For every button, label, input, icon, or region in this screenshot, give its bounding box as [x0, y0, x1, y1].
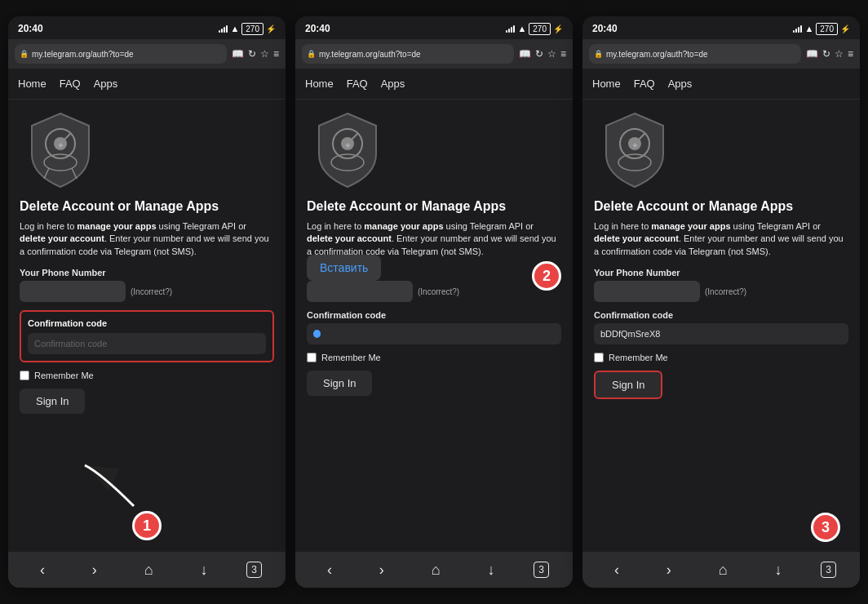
- step-badge-1: 1: [132, 511, 162, 540]
- browser-icons-3: 📖 ↻ ☆ ≡: [806, 48, 853, 60]
- url-text-3: my.telegram.org/auth?to=de: [606, 50, 796, 59]
- nav-home-1[interactable]: Home: [18, 78, 46, 90]
- phone-input-1[interactable]: [20, 281, 126, 302]
- confirm-input-3[interactable]: [594, 323, 848, 344]
- url-bar-2[interactable]: 🔒 my.telegram.org/auth?to=de: [302, 44, 514, 64]
- sign-in-btn-1[interactable]: Sign In: [20, 389, 85, 414]
- site-nav-1: Home FAQ Apps: [8, 69, 286, 100]
- url-bar-1[interactable]: 🔒 my.telegram.org/auth?to=de: [15, 44, 227, 64]
- menu-icon-3[interactable]: ≡: [848, 48, 853, 60]
- browser-bar-3: 🔒 my.telegram.org/auth?to=de 📖 ↻ ☆ ≡: [582, 39, 860, 69]
- download-btn-2[interactable]: ↓: [479, 557, 503, 584]
- refresh-icon-3[interactable]: ↻: [822, 48, 830, 60]
- nav-faq-2[interactable]: FAQ: [347, 78, 368, 90]
- page-desc-2: Log in here to manage your apps using Te…: [307, 220, 561, 258]
- bookmark-icon-3[interactable]: 📖: [806, 48, 818, 60]
- phone-screen-3: 20:40 ▲ 270 ⚡: [582, 16, 860, 588]
- home-btn-3[interactable]: ⌂: [711, 557, 736, 584]
- nav-apps-2[interactable]: Apps: [381, 78, 405, 90]
- confirm-section-1: Confirmation code: [20, 310, 274, 362]
- forward-btn-1[interactable]: ›: [84, 557, 105, 584]
- confirm-input-1[interactable]: [28, 333, 266, 354]
- browser-bar-1: 🔒 my.telegram.org/auth?to=de 📖 ↻ ☆ ≡: [8, 39, 286, 69]
- lock-icon-3: 🔒: [594, 50, 603, 58]
- remember-checkbox-1[interactable]: [20, 371, 29, 380]
- svg-text:✦: ✦: [631, 141, 639, 150]
- bookmark-icon-1[interactable]: 📖: [232, 48, 244, 60]
- signal-3: [793, 24, 802, 33]
- confirm-input-2[interactable]: [326, 329, 555, 339]
- time-2: 20:40: [305, 23, 330, 34]
- download-btn-3[interactable]: ↓: [766, 557, 790, 584]
- url-text-1: my.telegram.org/auth?to=de: [32, 50, 222, 59]
- wifi-3: ▲: [804, 24, 813, 33]
- svg-text:✦: ✦: [344, 141, 352, 150]
- forward-btn-3[interactable]: ›: [658, 557, 680, 584]
- incorrect-label-2: (Incorrect?): [418, 287, 459, 296]
- home-btn-1[interactable]: ⌂: [136, 557, 162, 584]
- incorrect-label-3: (Incorrect?): [705, 287, 746, 296]
- page-title-2: Delete Account or Manage Apps: [307, 199, 561, 214]
- star-icon-2[interactable]: ☆: [547, 48, 556, 60]
- refresh-icon-2[interactable]: ↻: [535, 48, 543, 60]
- nav-apps-3[interactable]: Apps: [668, 78, 693, 90]
- screens-container: 20:40 ▲ 270 ⚡: [0, 0, 868, 604]
- confirm-label-2: Confirmation code: [307, 310, 561, 320]
- back-btn-1[interactable]: ‹: [32, 557, 53, 584]
- battery-icon-3: 270: [816, 23, 838, 35]
- sign-in-btn-2[interactable]: Sign In: [307, 371, 372, 396]
- bolt-icon-2: ⚡: [553, 24, 563, 33]
- logo-area-2: ✦: [307, 109, 561, 191]
- bottom-nav-2: ‹ › ⌂ ↓ 3: [295, 552, 573, 588]
- tabs-btn-3[interactable]: 3: [821, 562, 836, 578]
- menu-icon-2[interactable]: ≡: [560, 48, 566, 60]
- status-icons-2: ▲ 270 ⚡: [506, 23, 563, 35]
- signal-1: [219, 24, 228, 33]
- back-btn-3[interactable]: ‹: [606, 557, 627, 584]
- home-btn-2[interactable]: ⌂: [423, 557, 449, 584]
- forward-btn-2[interactable]: ›: [371, 557, 392, 584]
- nav-apps-1[interactable]: Apps: [94, 78, 118, 90]
- sign-in-btn-3[interactable]: Sign In: [594, 371, 662, 399]
- confirm-label-3: Confirmation code: [594, 310, 848, 320]
- download-btn-1[interactable]: ↓: [192, 557, 215, 584]
- tabs-btn-1[interactable]: 3: [246, 562, 262, 578]
- refresh-icon-1[interactable]: ↻: [248, 48, 256, 60]
- url-bar-3[interactable]: 🔒 my.telegram.org/auth?to=de: [589, 44, 801, 64]
- browser-bar-2: 🔒 my.telegram.org/auth?to=de 📖 ↻ ☆ ≡: [295, 39, 573, 69]
- phone-label-1: Your Phone Number: [20, 268, 274, 278]
- nav-home-3[interactable]: Home: [592, 78, 621, 90]
- remember-label-1: Remember Me: [34, 371, 94, 380]
- tabs-btn-2[interactable]: 3: [534, 562, 549, 578]
- telegram-logo-2: ✦: [307, 109, 388, 191]
- phone-input-2[interactable]: [307, 281, 413, 302]
- phone-label-3: Your Phone Number: [594, 268, 848, 278]
- status-bar-2: 20:40 ▲ 270 ⚡: [295, 16, 573, 39]
- star-icon-3[interactable]: ☆: [835, 48, 844, 60]
- remember-checkbox-2[interactable]: [307, 353, 317, 362]
- back-btn-2[interactable]: ‹: [319, 557, 340, 584]
- content-3: ✦ Delete Account or Manage Apps Log in h…: [582, 100, 860, 552]
- page-title-1: Delete Account or Manage Apps: [20, 199, 274, 214]
- star-icon-1[interactable]: ☆: [260, 48, 269, 60]
- menu-icon-1[interactable]: ≡: [273, 48, 279, 60]
- time-1: 20:40: [18, 23, 43, 34]
- paste-popup[interactable]: Вставить: [307, 255, 381, 281]
- page-title-3: Delete Account or Manage Apps: [594, 199, 848, 214]
- remember-checkbox-3[interactable]: [594, 353, 604, 362]
- nav-home-2[interactable]: Home: [305, 78, 334, 90]
- bookmark-icon-2[interactable]: 📖: [519, 48, 531, 60]
- wifi-1: ▲: [230, 24, 239, 33]
- nav-faq-1[interactable]: FAQ: [60, 78, 81, 90]
- nav-faq-3[interactable]: FAQ: [634, 78, 655, 90]
- svg-text:✦: ✦: [57, 141, 64, 150]
- phone-input-3[interactable]: [594, 281, 700, 302]
- time-3: 20:40: [592, 23, 618, 34]
- page-desc-3: Log in here to manage your apps using Te…: [594, 220, 848, 258]
- bolt-icon-3: ⚡: [840, 24, 850, 33]
- confirm-section-3: Confirmation code: [594, 310, 848, 344]
- browser-icons-1: 📖 ↻ ☆ ≡: [232, 48, 279, 60]
- phone-row-1: (Incorrect?): [20, 281, 274, 302]
- site-nav-3: Home FAQ Apps: [582, 69, 860, 100]
- confirm-dot: [313, 330, 321, 338]
